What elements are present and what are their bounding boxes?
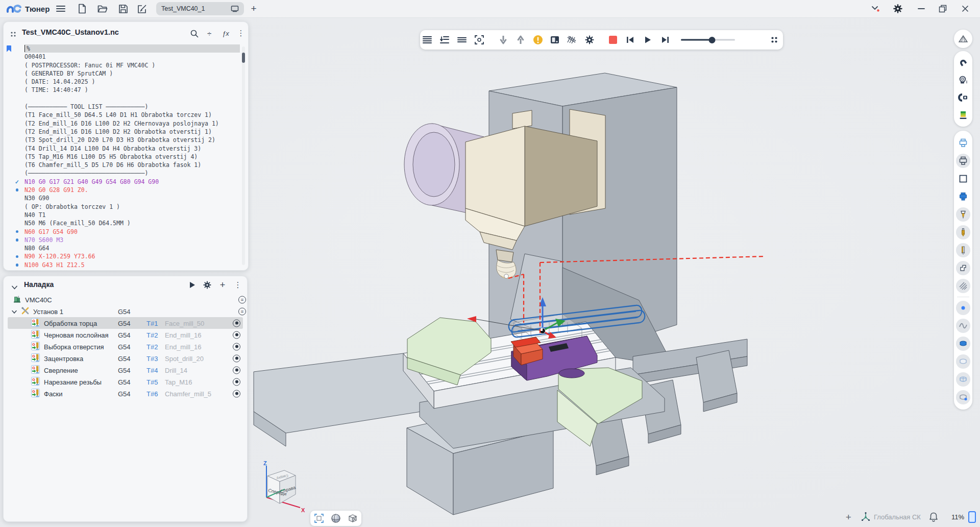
collapse-chevron-icon[interactable] xyxy=(12,282,17,292)
gcode-line[interactable]: (─────────── TOOL LIST ───────────) xyxy=(4,103,248,111)
operation-target-icon[interactable] xyxy=(233,354,240,362)
gcode-line[interactable]: (T6 Chamfer_mill_5 D5 L70 D6 H6 Obrabotk… xyxy=(4,161,248,169)
toolbar-grid-button[interactable] xyxy=(768,34,780,46)
gcode-line[interactable]: ( OP: Obrabotka torczev 1 ) xyxy=(4,203,248,211)
code-lines-button[interactable] xyxy=(421,34,433,46)
arrow-up-button[interactable] xyxy=(514,34,527,46)
simulation-settings-button[interactable] xyxy=(583,34,596,46)
operation-row[interactable]: G Фаски G54 T#6 Chamfer_mill_5 xyxy=(4,388,247,399)
gcode-line[interactable]: % xyxy=(4,44,248,53)
tool-half-button[interactable] xyxy=(956,243,970,257)
stock-box-button[interactable] xyxy=(956,172,970,186)
gcode-scrollbar-track[interactable] xyxy=(242,46,245,265)
tool-button[interactable] xyxy=(956,225,970,239)
operation-tool-number[interactable]: T#3 xyxy=(146,354,158,362)
operation-tool-number[interactable]: T#5 xyxy=(146,378,158,386)
operation-target-icon[interactable] xyxy=(233,390,240,397)
edit-program-button[interactable] xyxy=(134,0,150,17)
timeline-slider-thumb[interactable] xyxy=(709,37,716,43)
goto-line-button[interactable] xyxy=(438,34,451,46)
operation-tool-number[interactable]: T#4 xyxy=(146,366,158,374)
search-button[interactable] xyxy=(187,27,201,40)
hatch-button[interactable] xyxy=(956,279,970,293)
spline-button[interactable] xyxy=(956,319,970,333)
expressions-button[interactable]: ƒx xyxy=(219,27,232,40)
panel-more-button[interactable]: ⋮ xyxy=(234,27,248,40)
close-button[interactable] xyxy=(958,0,973,17)
iso-view-button[interactable] xyxy=(347,512,359,524)
gcode-line[interactable]: N100 G43 H1 Z12.5 xyxy=(4,261,248,269)
operation-row[interactable]: G Сверление G54 T#4 Drill_14 xyxy=(4,364,247,376)
gcode-scrollbar-thumb[interactable] xyxy=(242,53,245,63)
rotary-axes-button[interactable] xyxy=(956,90,970,105)
add-operation-button[interactable]: + xyxy=(216,278,229,292)
operation-row[interactable]: G Зацентровка G54 T#3 Spot_drill_20 xyxy=(4,352,247,364)
gcode-line[interactable]: ( TIME: 14:40:47 ) xyxy=(4,86,248,94)
gcode-line[interactable]: N30 G90 xyxy=(4,194,248,202)
orbit-view-button[interactable] xyxy=(330,512,342,524)
open-file-button[interactable] xyxy=(95,0,110,17)
drag-handle-icon[interactable] xyxy=(10,30,16,39)
gcode-line[interactable]: (T4 Drill_14 D14 L100 D4 H4 Obrabotka ot… xyxy=(4,145,248,153)
notifications-bell-icon[interactable] xyxy=(929,512,938,522)
frame-select-button[interactable] xyxy=(473,34,485,46)
operation-row[interactable]: G Черновая послойная G54 T#2 End_mill_16 xyxy=(4,329,247,341)
updates-button[interactable] xyxy=(868,0,883,17)
operation-tool-number[interactable]: T#2 xyxy=(146,343,158,350)
gcode-line[interactable]: N10 G0 G17 G21 G40 G49 G54 G80 G94 G90 xyxy=(4,178,248,186)
arrow-down-button[interactable] xyxy=(497,34,509,46)
gcode-line[interactable]: (T2 End_mill_16 D16 L100 D2 H2 CHernovay… xyxy=(4,119,248,128)
surface-solid-button[interactable] xyxy=(956,337,970,351)
gcode-line[interactable]: N90 X-120.259 Y73.66 xyxy=(4,252,248,260)
magnet-button[interactable] xyxy=(956,56,970,70)
gcode-editor[interactable]: % O00401 ( POSTPROCESSOR: Fanuc 0i MF VM… xyxy=(4,44,248,270)
gcode-line[interactable]: (T5 Tap_M16 M16 L100 D5 H5 Obrabotka otv… xyxy=(4,153,248,161)
gcode-line[interactable]: (─────────────────────────────────) xyxy=(4,169,248,177)
toolpath-hidden-button[interactable] xyxy=(566,34,578,46)
operation-target-icon[interactable] xyxy=(233,319,240,327)
skip-to-end-button[interactable] xyxy=(659,34,671,46)
code-block-button[interactable] xyxy=(456,34,468,46)
bookmark-icon[interactable] xyxy=(7,45,13,52)
stop-button[interactable] xyxy=(607,34,619,46)
gcode-line[interactable]: (T1 Face_mill_50 D64.5 L40 D1 H1 Obrabot… xyxy=(4,111,248,119)
gcode-line[interactable]: N70 S600 M3 xyxy=(4,236,248,244)
surface-grid-button[interactable] xyxy=(956,372,970,387)
setup-chevron-icon[interactable] xyxy=(12,307,17,315)
settings-button[interactable] xyxy=(890,0,905,17)
setup-row[interactable]: Установ 1 G54 xyxy=(4,305,247,317)
operation-row[interactable]: G Нарезание резьбы G54 T#5 Tap_M16 xyxy=(4,376,247,388)
stock-layers-button[interactable] xyxy=(956,108,970,122)
setup-menu-icon[interactable] xyxy=(238,307,246,315)
run-setup-button[interactable] xyxy=(185,278,199,292)
tool-holder-button[interactable] xyxy=(956,207,970,222)
fixture-button[interactable] xyxy=(956,261,970,275)
setup-more-button[interactable]: ⋮ xyxy=(231,278,244,292)
spindle-active-button[interactable] xyxy=(956,154,970,168)
gcode-line[interactable]: N60 G17 G54 G90 xyxy=(4,228,248,236)
view-home-button[interactable] xyxy=(954,30,972,48)
save-button[interactable] xyxy=(115,0,131,17)
fit-view-button[interactable] xyxy=(313,512,325,524)
battery-icon[interactable] xyxy=(968,511,976,523)
gcode-line[interactable] xyxy=(4,94,248,103)
operation-tool-number[interactable]: T#2 xyxy=(146,331,158,339)
gcode-line[interactable]: ( GENERATED BY SprutCAM ) xyxy=(4,69,248,78)
document-tab[interactable]: Test_VMC40_1 xyxy=(156,2,244,15)
play-button[interactable] xyxy=(642,34,654,46)
operation-target-icon[interactable] xyxy=(233,366,240,374)
gcode-line[interactable]: N80 G64 xyxy=(4,244,248,252)
active-cs-label[interactable]: Глобальная СК xyxy=(874,513,921,521)
gcode-line[interactable]: ( POSTPROCESSOR: Fanuc 0i MF VMC40C ) xyxy=(4,61,248,69)
add-tab-button[interactable]: + xyxy=(246,0,261,17)
surface-outline-button[interactable] xyxy=(956,354,970,369)
operation-row[interactable]: G Выборка отверстия G54 T#2 End_mill_16 xyxy=(4,341,247,352)
gcode-line[interactable]: ( DATE: 14.04.2025 ) xyxy=(4,78,248,86)
add-cs-button[interactable]: + xyxy=(846,512,851,522)
control-panel-button[interactable] xyxy=(549,34,561,46)
gcode-line[interactable]: (T2 End_mill_16 D16 L100 D2 H2 Obrabotka… xyxy=(4,128,248,136)
gcode-line[interactable]: O00401 xyxy=(4,53,248,61)
skip-to-start-button[interactable] xyxy=(624,34,636,46)
new-file-button[interactable] xyxy=(75,0,90,17)
spindle-outline-button[interactable] xyxy=(956,136,970,150)
